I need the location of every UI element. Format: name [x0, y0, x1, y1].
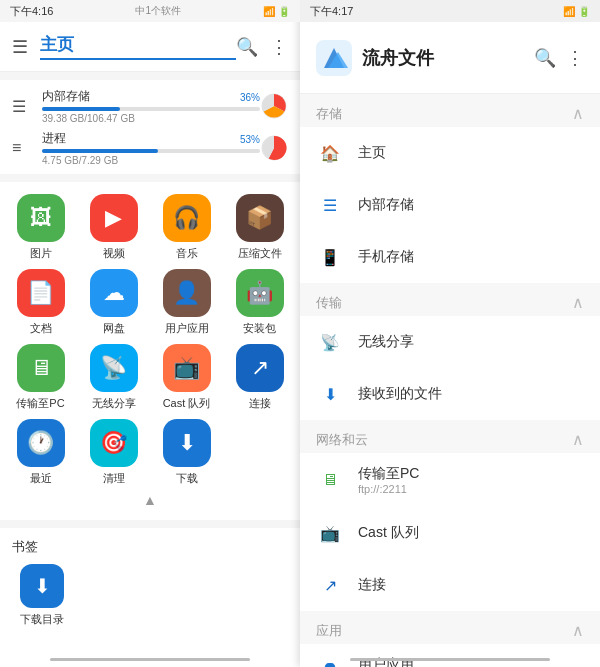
- grid-item-无线分享[interactable]: 📡 无线分享: [81, 344, 146, 411]
- grid-label-4: 文档: [30, 321, 52, 336]
- drawer-item-text-0-2: 手机存储: [358, 248, 414, 266]
- storage-list-icon: ☰: [12, 97, 32, 116]
- grid-item-下载[interactable]: ⬇ 下载: [154, 419, 219, 486]
- internal-storage-label: 内部存储: [42, 88, 90, 105]
- grid-label-8: 传输至PC: [16, 396, 64, 411]
- process-list-icon: ≡: [12, 139, 32, 157]
- drawer-item-text-2-2: 连接: [358, 576, 386, 594]
- drawer-app-name: 流舟文件: [362, 46, 434, 70]
- grid-item-图片[interactable]: 🖼 图片: [8, 194, 73, 261]
- grid-icon-10: 📺: [163, 344, 211, 392]
- grid-icon-2: 🎧: [163, 194, 211, 242]
- grid-icon-8: 🖥: [17, 344, 65, 392]
- grid-label-5: 网盘: [103, 321, 125, 336]
- left-status-bar: 下午4:16 中1个软件 📶 🔋: [0, 0, 300, 22]
- grid-icon-3: 📦: [236, 194, 284, 242]
- drawer-item-icon-2-1: 📺: [316, 519, 344, 547]
- drawer-actions: 🔍 ⋮: [534, 47, 584, 69]
- grid-icon-9: 📡: [90, 344, 138, 392]
- process-row[interactable]: ≡ 进程 53% 4.75 GB/7.29 GB: [12, 130, 288, 166]
- menu-icon[interactable]: ☰: [12, 36, 28, 58]
- drawer-item-text-2-1: Cast 队列: [358, 524, 419, 542]
- section-label-2: 网络和云∧: [300, 420, 600, 453]
- left-status-icons: 📶 🔋: [263, 6, 290, 17]
- process-pie-chart: [260, 134, 288, 162]
- grid-label-14: 下载: [176, 471, 198, 486]
- drawer-item-icon-2-0: 🖥: [316, 466, 344, 494]
- grid-item-Cast 队列[interactable]: 📺 Cast 队列: [154, 344, 219, 411]
- grid-item-传输至PC[interactable]: 🖥 传输至PC: [8, 344, 73, 411]
- storage-pie-chart: [260, 92, 288, 120]
- right-time: 下午4:17: [310, 4, 353, 19]
- drawer-item-1-0[interactable]: 📡 无线分享: [300, 316, 600, 368]
- drawer-item-2-0[interactable]: 🖥 传输至PC ftp://:2211: [300, 453, 600, 507]
- drawer-section-0: 存储∧ 🏠 主页 ☰ 内部存储 📱 手机存储: [300, 94, 600, 283]
- grid-item-安装包[interactable]: 🤖 安装包: [227, 269, 292, 336]
- drawer-item-0-2[interactable]: 📱 手机存储: [300, 231, 600, 283]
- drawer-item-icon-0-0: 🏠: [316, 139, 344, 167]
- grid-item-连接[interactable]: ↗ 连接: [227, 344, 292, 411]
- grid-item-网盘[interactable]: ☁ 网盘: [81, 269, 146, 336]
- drawer-item-text-2-0: 传输至PC: [358, 465, 419, 483]
- process-progress-bg: [42, 149, 260, 153]
- drawer-item-text-1-0: 无线分享: [358, 333, 414, 351]
- bookmark-label-0: 下载目录: [20, 612, 64, 627]
- drawer-item-text-0-0: 主页: [358, 144, 386, 162]
- right-status-bar: 下午4:17 📶 🔋: [300, 0, 600, 22]
- grid-label-6: 用户应用: [165, 321, 209, 336]
- drawer-item-0-0[interactable]: 🏠 主页: [300, 127, 600, 179]
- drawer-section-2: 网络和云∧ 🖥 传输至PC ftp://:2211 📺 Cast 队列 ↗ 连接: [300, 420, 600, 611]
- top-actions: 🔍 ⋮: [236, 36, 288, 58]
- grid-label-9: 无线分享: [92, 396, 136, 411]
- grid-label-11: 连接: [249, 396, 271, 411]
- drawer-item-1-1[interactable]: ⬇ 接收到的文件: [300, 368, 600, 420]
- bookmark-item-0[interactable]: ⬇ 下载目录: [12, 564, 72, 627]
- grid-item-文档[interactable]: 📄 文档: [8, 269, 73, 336]
- internal-progress-fill: [42, 107, 120, 111]
- drawer-item-icon-0-2: 📱: [316, 243, 344, 271]
- drawer-item-3-0[interactable]: 👤 用户应用 42 apps: [300, 644, 600, 667]
- internal-storage-row[interactable]: ☰ 内部存储 36% 39.38 GB/106.47 GB: [12, 88, 288, 124]
- drawer-item-2-1[interactable]: 📺 Cast 队列: [300, 507, 600, 559]
- left-panel: 下午4:16 中1个软件 📶 🔋 ☰ 主页 🔍 ⋮ ☰ 内部存储 36%: [0, 0, 300, 667]
- home-title: 主页: [40, 33, 236, 60]
- more-icon[interactable]: ⋮: [270, 36, 288, 58]
- storage-info: ☰ 内部存储 36% 39.38 GB/106.47 GB ≡: [0, 80, 300, 174]
- process-content: 进程 53% 4.75 GB/7.29 GB: [42, 130, 260, 166]
- bookmarks-title: 书签: [12, 538, 288, 556]
- grid-item-音乐[interactable]: 🎧 音乐: [154, 194, 219, 261]
- grid-label-7: 安装包: [243, 321, 276, 336]
- grid-label-2: 音乐: [176, 246, 198, 261]
- drawer-content: 存储∧ 🏠 主页 ☰ 内部存储 📱 手机存储 传输∧ 📡 无线分享: [300, 94, 600, 667]
- drawer-item-icon-0-1: ☰: [316, 191, 344, 219]
- grid-item-视频[interactable]: ▶ 视频: [81, 194, 146, 261]
- drawer-item-text-1-1: 接收到的文件: [358, 385, 442, 403]
- grid-item-清理[interactable]: 🎯 清理: [81, 419, 146, 486]
- nav-bar-left: [50, 658, 250, 661]
- grid-label-13: 清理: [103, 471, 125, 486]
- drawer-search-icon[interactable]: 🔍: [534, 47, 556, 69]
- internal-progress-bg: [42, 107, 260, 111]
- grid-label-0: 图片: [30, 246, 52, 261]
- left-carrier: 中1个软件: [135, 4, 181, 18]
- grid-item-用户应用[interactable]: 👤 用户应用: [154, 269, 219, 336]
- drawer-item-2-2[interactable]: ↗ 连接: [300, 559, 600, 611]
- grid-icon-7: 🤖: [236, 269, 284, 317]
- grid-item-压缩文件[interactable]: 📦 压缩文件: [227, 194, 292, 261]
- process-progress-fill: [42, 149, 158, 153]
- grid-icon-13: 🎯: [90, 419, 138, 467]
- grid-label-10: Cast 队列: [163, 396, 211, 411]
- collapse-arrow[interactable]: ▲: [8, 492, 292, 508]
- internal-storage-content: 内部存储 36% 39.38 GB/106.47 GB: [42, 88, 260, 124]
- drawer-more-icon[interactable]: ⋮: [566, 47, 584, 69]
- right-status-icons: 📶 🔋: [563, 6, 590, 17]
- drawer-item-text-0-1: 内部存储: [358, 196, 414, 214]
- drawer-item-icon-1-0: 📡: [316, 328, 344, 356]
- search-icon[interactable]: 🔍: [236, 36, 258, 58]
- icon-grid-section: 🖼 图片 ▶ 视频 🎧 音乐 📦 压缩文件 📄 文档 ☁ 网盘 👤 用户应用 🤖…: [0, 182, 300, 520]
- grid-item-最近[interactable]: 🕐 最近: [8, 419, 73, 486]
- internal-storage-size: 39.38 GB/106.47 GB: [42, 113, 260, 124]
- drawer-item-0-1[interactable]: ☰ 内部存储: [300, 179, 600, 231]
- grid-icon-5: ☁: [90, 269, 138, 317]
- icon-grid: 🖼 图片 ▶ 视频 🎧 音乐 📦 压缩文件 📄 文档 ☁ 网盘 👤 用户应用 🤖…: [8, 194, 292, 486]
